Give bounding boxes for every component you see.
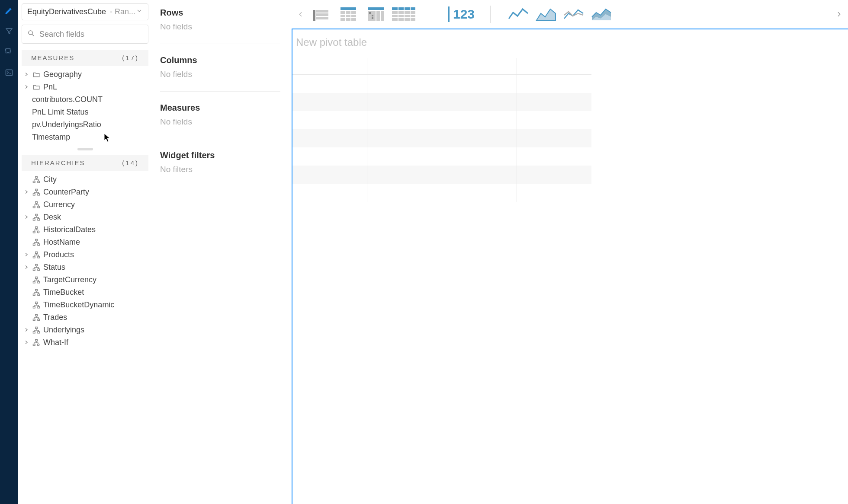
tree-item-label: contributors.COUNT [32,95,147,104]
tree-item-label: Desk [43,213,147,222]
filters-title: Widget filters [160,150,280,160]
svg-rect-48 [340,7,356,10]
pivot-cell [367,111,442,129]
tree-item[interactable]: Desk [22,211,148,223]
pivot-cell [442,184,517,202]
svg-rect-29 [35,289,38,291]
pivot-cell [292,147,367,166]
rows-placeholder: No fields [160,22,280,32]
terminal-icon[interactable] [4,67,14,78]
measures-tree: GeographyPnL contributors.COUNT PnL Limi… [22,66,148,146]
svg-rect-54 [368,7,384,10]
resize-handle[interactable] [77,148,93,150]
pivot-cell [367,166,442,184]
pivot-table-button[interactable] [308,4,333,25]
svg-point-1 [29,31,32,35]
line-chart-button[interactable] [506,4,531,25]
svg-rect-2 [35,176,38,178]
tree-item[interactable]: Trades [22,311,148,324]
cube-suffix: - Ran... [108,7,135,16]
pivot-cell [292,75,367,93]
pivot-preview[interactable]: New pivot table [292,29,848,504]
tree-item[interactable]: PnL Limit Status [22,106,148,118]
tree-item[interactable]: Geography [22,68,148,81]
hier-icon [32,264,41,271]
chevron-right-icon[interactable] [23,327,29,334]
tree-item[interactable]: TargetCurrency [22,274,148,286]
pivot-cell [442,147,517,166]
chevron-right-icon[interactable] [23,71,29,78]
search-field-container[interactable] [22,25,148,44]
pivot-cell [367,93,442,111]
kpi-button[interactable]: 123 [448,6,475,22]
rows-well[interactable]: Rows No fields [160,8,280,44]
area-chart-button[interactable] [534,4,559,25]
tree-item[interactable]: Status [22,261,148,274]
tree-table-button[interactable] [363,4,389,25]
tree-item[interactable]: TimeBucketDynamic [22,299,148,311]
toolbar-next-button[interactable] [832,7,846,22]
svg-point-43 [37,344,39,346]
tree-item-label: HostName [43,238,147,247]
chevron-right-icon[interactable] [23,264,29,271]
edit-icon[interactable] [4,5,14,16]
svg-rect-35 [35,314,38,316]
pivot-cell [517,184,591,202]
tree-item[interactable]: PnL [22,81,148,93]
tree-item[interactable]: City [22,173,148,186]
toolbar-prev-button[interactable] [293,7,308,22]
tree-item-label: Currency [43,200,147,209]
fields-panel: EquityDerivativesCube - Ran... MEASURES … [18,0,152,504]
tree-item[interactable]: Underlyings [22,324,148,336]
svg-rect-32 [35,302,38,303]
hier-gear-icon [32,226,41,234]
hier-icon [32,214,41,221]
full-table-button[interactable] [391,4,416,25]
tree-item[interactable]: pv.UnderlyingsRatio [22,118,148,131]
search-input[interactable] [39,30,143,39]
tree-item-label: Trades [43,313,147,322]
svg-rect-47 [316,17,328,19]
chart-type-group [506,4,614,25]
measures-well[interactable]: Measures No fields [160,103,280,139]
tree-item[interactable]: TimeBucket [22,286,148,299]
svg-rect-58 [372,17,373,19]
tree-item[interactable]: HostName [22,236,148,249]
pivot-cell [442,75,517,93]
stacked-area-chart-button[interactable] [589,4,614,25]
pivot-cell [292,129,367,147]
puzzle-icon[interactable] [4,47,14,57]
svg-rect-13 [38,219,40,220]
pivot-cell [517,147,591,166]
tree-item[interactable]: Products [22,249,148,261]
pivot-cell [517,129,591,147]
chevron-right-icon[interactable] [23,84,29,91]
hier-icon [32,289,41,297]
tree-item-label: PnL Limit Status [32,108,147,117]
columns-well[interactable]: Columns No fields [160,55,280,92]
filters-well[interactable]: Widget filters No filters [160,150,280,186]
pivot-header-cell [517,58,591,74]
hierarchies-count: (14) [122,159,139,166]
cube-dropdown[interactable]: EquityDerivativesCube - Ran... [22,3,148,20]
tree-item[interactable]: contributors.COUNT [22,93,148,106]
chevron-right-icon[interactable] [23,189,29,196]
tree-item[interactable]: Timestamp [22,131,148,144]
measures-title: MEASURES [31,54,74,61]
table-button[interactable] [336,4,361,25]
chevron-right-icon[interactable] [23,252,29,258]
measures-count: (17) [122,54,139,61]
multi-line-chart-button[interactable] [562,4,587,25]
svg-rect-12 [33,219,35,220]
chevron-right-icon[interactable] [23,214,29,221]
pivot-header-cell [367,58,442,74]
filter-icon[interactable] [4,26,14,36]
tree-item[interactable]: What-If [22,336,148,349]
tree-item[interactable]: Currency [22,198,148,211]
chevron-right-icon[interactable] [23,339,29,346]
tree-item[interactable]: HistoricalDates [22,223,148,236]
tree-item[interactable]: CounterParty [22,186,148,198]
svg-rect-38 [35,327,38,329]
pivot-grid [292,58,848,202]
tree-item-label: CounterParty [43,188,147,197]
